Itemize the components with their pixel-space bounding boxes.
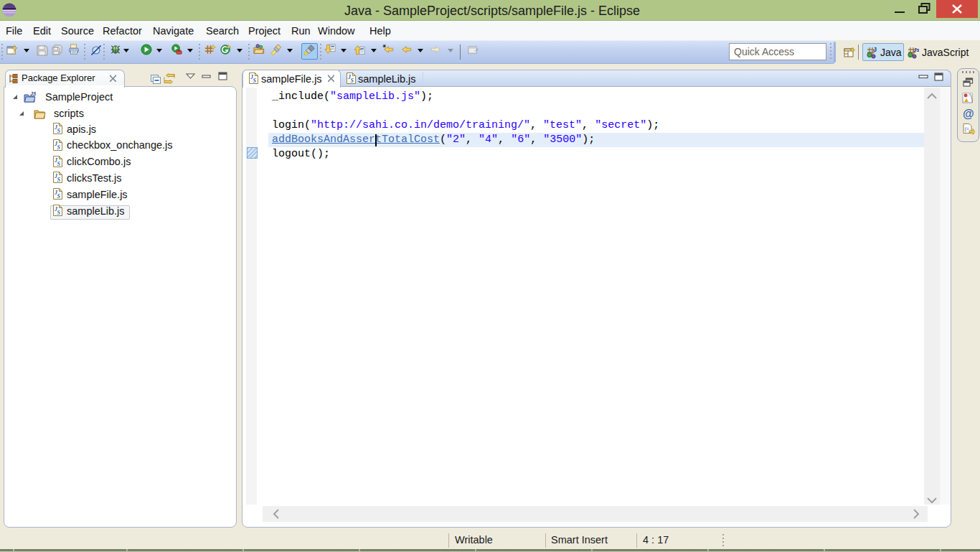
svg-text:JS: JS [30, 91, 36, 96]
svg-text:(=: (= [965, 126, 969, 132]
svg-text:Js: Js [913, 47, 919, 53]
svg-text:J: J [873, 46, 877, 53]
